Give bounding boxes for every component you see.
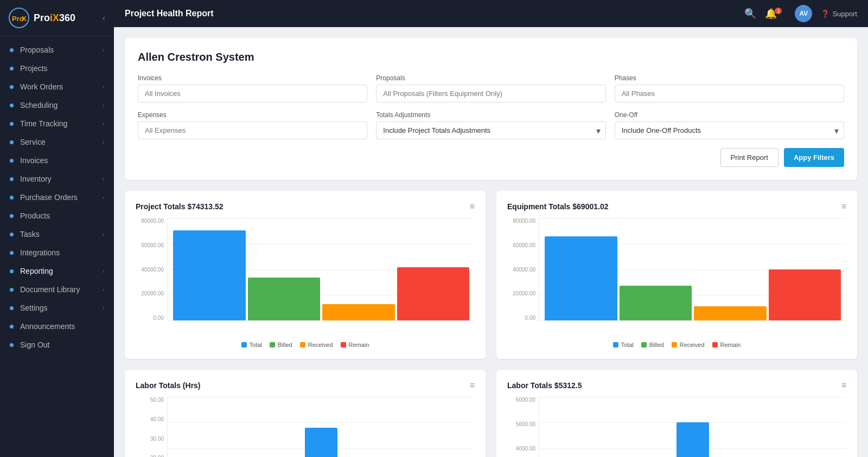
charts-grid: Project Totals $74313.52 ≡ 80000.00 6000… <box>125 191 857 457</box>
project-totals-chart: Project Totals $74313.52 ≡ 80000.00 6000… <box>125 191 486 359</box>
nav-label-projects: Projects <box>20 64 104 73</box>
invoices-filter: Invoices <box>138 74 367 102</box>
filter-card: Allen Crestron System Invoices Proposals… <box>125 38 857 180</box>
bar-billed <box>248 278 321 320</box>
nav-dot-integrations <box>10 251 14 255</box>
phases-filter: Phases <box>615 74 844 102</box>
chart-legend: Total Billed Received Remain <box>136 342 475 348</box>
bar-remain <box>397 267 470 320</box>
expenses-input[interactable] <box>138 121 367 139</box>
chart-plot <box>167 218 475 321</box>
one-off-label: One-Off <box>615 111 844 119</box>
chart-menu-icon[interactable]: ≡ <box>841 202 846 211</box>
sidebar-item-time-tracking[interactable]: Time Tracking › <box>0 114 114 133</box>
sidebar-item-inventory[interactable]: Inventory › <box>0 170 114 188</box>
sidebar-item-settings[interactable]: Settings › <box>0 299 114 317</box>
nav-dot-proposals <box>10 48 14 52</box>
main-nav: Proposals › Projects Work Orders › Sched… <box>0 36 114 358</box>
expenses-filter: Expenses <box>138 111 367 139</box>
print-report-button[interactable]: Print Report <box>720 148 778 167</box>
logo-icon: Pro X <box>9 8 29 28</box>
labor-dollars-title: Labor Totals $5312.5 <box>507 381 582 390</box>
sidebar-item-scheduling[interactable]: Scheduling › <box>0 96 114 114</box>
avatar[interactable]: AV <box>795 5 812 22</box>
one-off-select[interactable]: Include One-Off Products <box>615 121 844 139</box>
bar-total <box>173 230 246 320</box>
nav-arrow-service: › <box>103 139 104 145</box>
chart-header: Project Totals $74313.52 ≡ <box>136 202 475 211</box>
apply-filters-button[interactable]: Appy Filters <box>784 148 844 167</box>
legend-billed: Billed <box>641 342 664 348</box>
sidebar-item-service[interactable]: Service › <box>0 133 114 151</box>
chart-header: Labor Totals (Hrs) ≡ <box>136 381 475 390</box>
sidebar-item-purchase-orders[interactable]: Purchase Orders › <box>0 188 114 207</box>
sidebar-item-document-library[interactable]: Document Library › <box>0 280 114 299</box>
project-totals-container: 80000.00 60000.00 40000.00 20000.00 0.00 <box>136 218 475 337</box>
bar-billed <box>620 286 692 320</box>
sidebar-item-proposals[interactable]: Proposals › <box>0 41 114 59</box>
invoices-input[interactable] <box>138 85 367 102</box>
legend-total: Total <box>241 342 262 348</box>
sidebar-item-work-orders[interactable]: Work Orders › <box>0 78 114 96</box>
bar-group <box>545 397 841 457</box>
equipment-totals-chart: Equipment Totals $69001.02 ≡ 80000.00 60… <box>496 191 857 359</box>
legend-remain: Remain <box>712 342 741 348</box>
chart-header: Equipment Totals $69001.02 ≡ <box>507 202 846 211</box>
equipment-totals-container: 80000.00 60000.00 40000.00 20000.00 0.00 <box>507 218 846 337</box>
notification-area: 🔔 1 <box>765 8 786 20</box>
proposals-input[interactable] <box>376 85 605 102</box>
legend-total: Total <box>613 342 634 348</box>
bar-group <box>173 397 469 457</box>
y-axis: 50.00 40.00 30.00 20.00 10.00 0.00 <box>136 397 167 457</box>
chart-menu-icon[interactable]: ≡ <box>841 381 846 390</box>
filter-actions: Print Report Appy Filters <box>138 148 844 167</box>
labor-totals-dollars-chart: Labor Totals $5312.5 ≡ 6000.00 5000.00 4… <box>496 370 857 457</box>
notification-badge: 1 <box>775 8 782 14</box>
phases-input[interactable] <box>615 85 844 102</box>
sidebar-item-invoices[interactable]: Invoices <box>0 151 114 170</box>
y-axis: 6000.00 5000.00 4000.00 3000.00 2000.00 <box>507 397 539 457</box>
totals-adj-select[interactable]: Include Project Totals Adjustments <box>376 121 605 139</box>
sidebar-item-projects[interactable]: Projects <box>0 59 114 78</box>
nav-dot-service <box>10 140 14 144</box>
chart-menu-icon[interactable]: ≡ <box>470 202 475 211</box>
filter-row-2: Expenses Totals Adjustments Include Proj… <box>138 111 844 139</box>
nav-label-work-orders: Work Orders <box>20 82 103 91</box>
nav-label-sign-out: Sign Out <box>20 340 104 349</box>
sidebar-item-products[interactable]: Products <box>0 207 114 225</box>
filter-card-title: Allen Crestron System <box>138 51 844 63</box>
totals-adj-label: Totals Adjustments <box>376 111 605 119</box>
proposals-filter: Proposals <box>376 74 605 102</box>
support-button[interactable]: ❓ Support <box>821 10 857 18</box>
svg-text:X: X <box>22 15 27 23</box>
nav-label-time-tracking: Time Tracking <box>20 119 103 128</box>
sidebar-item-integrations[interactable]: Integrations <box>0 243 114 262</box>
sidebar-item-sign-out[interactable]: Sign Out <box>0 336 114 354</box>
nav-dot-work-orders <box>10 85 14 89</box>
nav-dot-products <box>10 214 14 218</box>
chart-legend: Total Billed Received Remain <box>507 342 846 348</box>
chart-plot <box>539 218 846 321</box>
chart-plot <box>167 397 475 457</box>
labor-totals-hrs-chart: Labor Totals (Hrs) ≡ 50.00 40.00 30.00 2… <box>125 370 486 457</box>
nav-arrow-purchase-orders: › <box>103 195 104 201</box>
sidebar-item-announcements[interactable]: Announcements <box>0 317 114 336</box>
nav-dot-time-tracking <box>10 122 14 126</box>
search-icon[interactable]: 🔍 <box>744 8 756 20</box>
nav-dot-settings <box>10 306 14 310</box>
nav-dot-announcements <box>10 325 14 329</box>
nav-arrow-document-library: › <box>103 287 104 293</box>
nav-label-purchase-orders: Purchase Orders <box>20 193 103 202</box>
support-label: Support <box>832 10 857 18</box>
sidebar-item-reporting[interactable]: Reporting › <box>0 262 114 280</box>
nav-arrow-settings: › <box>103 305 104 311</box>
collapse-button[interactable]: ‹ <box>103 14 105 22</box>
sidebar-item-tasks[interactable]: Tasks › <box>0 225 114 243</box>
bar-total <box>545 236 617 320</box>
expenses-label: Expenses <box>138 111 367 119</box>
bar-group <box>173 218 469 320</box>
chart-plot <box>539 397 846 457</box>
chart-menu-icon[interactable]: ≡ <box>470 381 475 390</box>
nav-label-products: Products <box>20 211 104 220</box>
nav-arrow-inventory: › <box>103 176 104 182</box>
